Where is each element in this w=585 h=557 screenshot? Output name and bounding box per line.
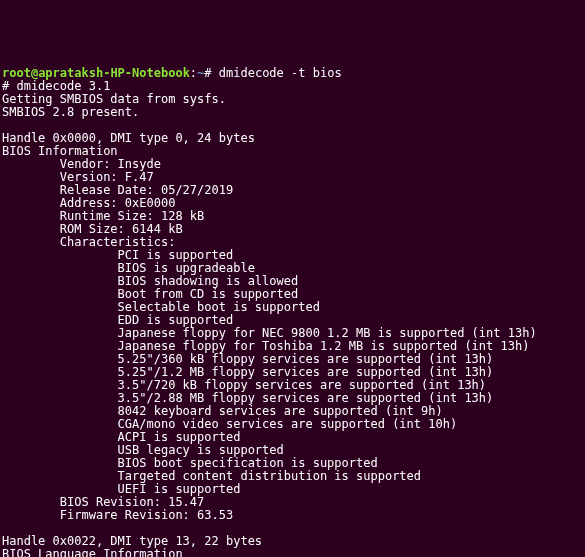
bios-characteristics: PCI is supported BIOS is upgradeable BIO… bbox=[2, 248, 537, 496]
prompt-sep: # bbox=[204, 66, 211, 80]
prompt-host: aprataksh-HP-Notebook bbox=[38, 66, 190, 80]
bios-tail-line-1: Firmware Revision: 63.53 bbox=[2, 509, 233, 522]
preamble-line-0: # dmidecode 3.1 bbox=[2, 79, 110, 93]
handle-0022-header: Handle 0x0022, DMI type 13, 22 bytes bbox=[2, 534, 262, 548]
command-input[interactable]: dmidecode -t bios bbox=[219, 66, 342, 80]
prompt-line: root@aprataksh-HP-Notebook:~# dmidecode … bbox=[2, 66, 342, 80]
bios-language-title: BIOS Language Information bbox=[2, 547, 183, 557]
bios-tail: BIOS Revision: 15.47 Firmware Revision: … bbox=[2, 495, 233, 522]
handle-0000-header: Handle 0x0000, DMI type 0, 24 bytes bbox=[2, 131, 255, 145]
preamble-line-2: SMBIOS 2.8 present. bbox=[2, 105, 139, 119]
preamble-block: # dmidecode 3.1 Getting SMBIOS data from… bbox=[2, 79, 226, 119]
bios-fields: Vendor: Insyde Version: F.47 Release Dat… bbox=[2, 157, 233, 249]
preamble-line-1: Getting SMBIOS data from sysfs. bbox=[2, 92, 226, 106]
prompt-colon: : bbox=[190, 66, 197, 80]
bios-information-title: BIOS Information bbox=[2, 144, 118, 158]
terminal[interactable]: root@aprataksh-HP-Notebook:~# dmidecode … bbox=[0, 65, 585, 557]
prompt-user: root bbox=[2, 66, 31, 80]
